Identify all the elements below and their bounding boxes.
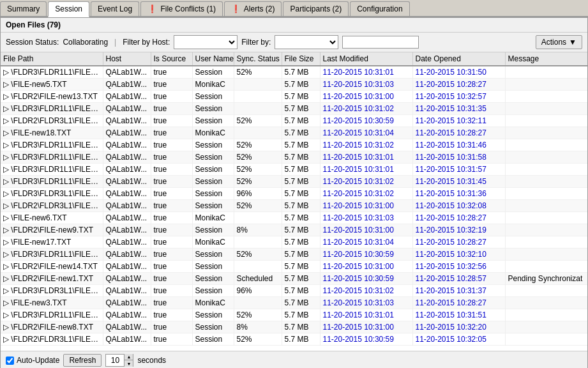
date-link[interactable]: 11-20-2015 10:31:00: [323, 92, 394, 101]
date-link[interactable]: 11-20-2015 10:32:11: [416, 116, 486, 125]
date-link[interactable]: 11-20-2015 10:31:00: [323, 323, 394, 332]
tab-session[interactable]: Session: [48, 1, 89, 17]
date-link[interactable]: 11-20-2015 10:32:10: [416, 250, 486, 259]
col-header-filesize[interactable]: File Size: [282, 52, 320, 66]
date-link[interactable]: 11-20-2015 10:30:59: [323, 335, 394, 344]
date-link[interactable]: 11-20-2015 10:28:27: [416, 80, 486, 89]
date-link[interactable]: 11-20-2015 10:31:46: [416, 141, 486, 150]
table-row[interactable]: ▷ \FLDR3\FLDR1L1\FILE-neQALab1W...trueSe…: [1, 309, 587, 321]
filter-host-select[interactable]: [174, 35, 237, 49]
table-row[interactable]: ▷ \FLDR2\FILE-new1.TXTQALab1W...trueSess…: [1, 273, 587, 285]
spinner-down[interactable]: ▼: [124, 360, 133, 367]
date-link[interactable]: 11-20-2015 10:30:59: [323, 116, 394, 125]
table-row[interactable]: ▷ \FLDR3\FLDR3L1\FILE-neQALab1W...trueSe…: [1, 285, 587, 297]
filter-text-input[interactable]: [342, 36, 419, 49]
date-link[interactable]: 11-20-2015 10:31:02: [323, 177, 394, 186]
tab-participants[interactable]: Participants (2): [283, 1, 349, 16]
col-header-modified[interactable]: Last Modified: [320, 52, 412, 66]
interval-input[interactable]: [106, 355, 124, 366]
table-row[interactable]: ▷ \FILE-new5.TXTQALab1W...trueMonikaC5.7…: [1, 79, 587, 91]
auto-update-label[interactable]: Auto-Update: [6, 356, 59, 365]
tab-summary[interactable]: Summary: [0, 1, 47, 16]
date-link[interactable]: 11-20-2015 10:31:35: [416, 104, 486, 113]
date-link[interactable]: 11-20-2015 10:31:03: [323, 80, 394, 89]
col-header-message[interactable]: Message: [505, 52, 587, 66]
table-row[interactable]: ▷ \FILE-new18.TXTQALab1W...trueMonikaC5.…: [1, 127, 587, 139]
table-row[interactable]: ▷ \FLDR2\FLDR3L1\FILE-neQALab1W...trueSe…: [1, 200, 587, 212]
tab-alerts[interactable]: ❗ Alerts (2): [224, 1, 282, 16]
date-link[interactable]: 11-20-2015 10:31:02: [323, 189, 394, 198]
date-link[interactable]: 11-20-2015 10:31:03: [323, 298, 394, 307]
col-header-username[interactable]: User Name: [192, 52, 234, 66]
table-row[interactable]: ▷ \FLDR2\FLDR3L1\FILE-neQALab1W...trueSe…: [1, 334, 587, 346]
table-row[interactable]: ▷ \FLDR3\FLDR1L1\FILE-neQALab1W...trueSe…: [1, 66, 587, 79]
table-row[interactable]: ▷ \FILE-new3.TXTQALab1W...trueMonikaC5.7…: [1, 297, 587, 309]
table-row[interactable]: ▷ \FLDR3\FLDR1L1\FILE-neQALab1W...trueSe…: [1, 139, 587, 151]
date-link[interactable]: 11-20-2015 10:31:02: [323, 104, 394, 113]
date-link[interactable]: 11-20-2015 10:32:56: [416, 262, 486, 271]
date-link[interactable]: 11-20-2015 10:31:58: [416, 153, 486, 162]
date-link[interactable]: 11-20-2015 10:28:57: [416, 274, 486, 283]
date-link[interactable]: 11-20-2015 10:32:20: [416, 323, 486, 332]
date-link[interactable]: 11-20-2015 10:31:04: [323, 238, 394, 247]
date-link[interactable]: 11-20-2015 10:31:45: [416, 177, 486, 186]
tab-eventlog[interactable]: Event Log: [91, 1, 139, 16]
date-link[interactable]: 11-20-2015 10:31:00: [323, 262, 394, 271]
filter-by-select[interactable]: [275, 35, 338, 49]
date-link[interactable]: 11-20-2015 10:31:00: [323, 226, 394, 234]
table-cell: 11-20-2015 10:32:05: [412, 334, 505, 346]
spinner-up[interactable]: ▲: [124, 354, 133, 360]
date-link[interactable]: 11-20-2015 10:31:36: [416, 189, 486, 198]
date-link[interactable]: 11-20-2015 10:30:59: [323, 274, 394, 283]
date-link[interactable]: 11-20-2015 10:31:50: [416, 68, 486, 77]
table-row[interactable]: ▷ \FILE-new6.TXTQALab1W...trueMonikaC5.7…: [1, 212, 587, 224]
refresh-button[interactable]: Refresh: [63, 354, 102, 367]
date-link[interactable]: 11-20-2015 10:31:01: [323, 165, 394, 174]
table-row[interactable]: ▷ \FLDR3\FLDR1L1\FILE-neQALab1W...trueSe…: [1, 249, 587, 261]
table-row[interactable]: ▷ \FLDR3\FLDR1L1\FILE-neQALab1W...trueSe…: [1, 176, 587, 188]
date-link[interactable]: 11-20-2015 10:31:04: [323, 128, 394, 137]
date-link[interactable]: 11-20-2015 10:31:00: [323, 201, 394, 210]
interval-spinner[interactable]: ▲ ▼: [105, 354, 133, 367]
table-row[interactable]: ▷ \FLDR3\FLDR1L1\FILE-neQALab1W...trueSe…: [1, 164, 587, 176]
date-link[interactable]: 11-20-2015 10:30:59: [323, 250, 394, 259]
table-row[interactable]: ▷ \FLDR2\FILE-new9.TXTQALab1W...trueSess…: [1, 224, 587, 236]
table-cell: 8%: [234, 224, 282, 236]
open-files-bar: Open Files (79): [1, 18, 587, 33]
date-link[interactable]: 11-20-2015 10:31:02: [323, 286, 394, 295]
date-link[interactable]: 11-20-2015 10:31:02: [323, 141, 394, 150]
date-link[interactable]: 11-20-2015 10:28:27: [416, 128, 486, 137]
date-link[interactable]: 11-20-2015 10:31:03: [323, 213, 394, 222]
table-row[interactable]: ▷ \FLDR2\FILE-new13.TXTQALab1W...trueSes…: [1, 91, 587, 103]
table-row[interactable]: ▷ \FLDR3\FLDR1L1\FILE-neQALab1W...trueSe…: [1, 151, 587, 164]
tab-configuration[interactable]: Configuration: [350, 1, 409, 16]
col-header-sync[interactable]: Sync. Status: [234, 52, 282, 66]
date-link[interactable]: 11-20-2015 10:31:57: [416, 165, 486, 174]
table-row[interactable]: ▷ \FLDR3\FLDR1L1\FILE-neQALab1W...trueSe…: [1, 103, 587, 115]
table-row[interactable]: ▷ \FLDR2\FILE-new8.TXTQALab1W...trueSess…: [1, 321, 587, 334]
date-link[interactable]: 11-20-2015 10:32:57: [416, 92, 486, 101]
table-row[interactable]: ▷ \FLDR2\FLDR3L1\FILE-neQALab1W...trueSe…: [1, 115, 587, 127]
actions-button[interactable]: Actions ▼: [536, 35, 582, 49]
date-link[interactable]: 11-20-2015 10:28:27: [416, 213, 486, 222]
date-link[interactable]: 11-20-2015 10:28:27: [416, 298, 486, 307]
date-link[interactable]: 11-20-2015 10:31:01: [323, 153, 394, 162]
date-link[interactable]: 11-20-2015 10:31:01: [323, 310, 394, 319]
date-link[interactable]: 11-20-2015 10:31:01: [323, 68, 394, 77]
col-header-host[interactable]: Host: [103, 52, 151, 66]
table-row[interactable]: ▷ \FILE-new17.TXTQALab1W...trueMonikaC5.…: [1, 236, 587, 249]
date-link[interactable]: 11-20-2015 10:28:27: [416, 238, 486, 247]
col-header-filepath[interactable]: File Path: [1, 52, 103, 66]
date-link[interactable]: 11-20-2015 10:32:08: [416, 201, 486, 210]
table-container[interactable]: File Path Host Is Source User Name Sync.…: [1, 52, 587, 351]
tab-fileconflicts[interactable]: ❗ File Conflicts (1): [140, 1, 223, 16]
table-row[interactable]: ▷ \FLDR3\FLDR3L1\FILE-neQALab1W...trueSe…: [1, 188, 587, 200]
date-link[interactable]: 11-20-2015 10:31:51: [416, 310, 486, 319]
date-link[interactable]: 11-20-2015 10:32:19: [416, 226, 486, 234]
date-link[interactable]: 11-20-2015 10:31:37: [416, 286, 486, 295]
col-header-issource[interactable]: Is Source: [151, 52, 192, 66]
auto-update-checkbox[interactable]: [6, 356, 14, 365]
table-row[interactable]: ▷ \FLDR2\FILE-new14.TXTQALab1W...trueSes…: [1, 261, 587, 273]
date-link[interactable]: 11-20-2015 10:32:05: [416, 335, 486, 344]
col-header-opened[interactable]: Date Opened: [412, 52, 505, 66]
